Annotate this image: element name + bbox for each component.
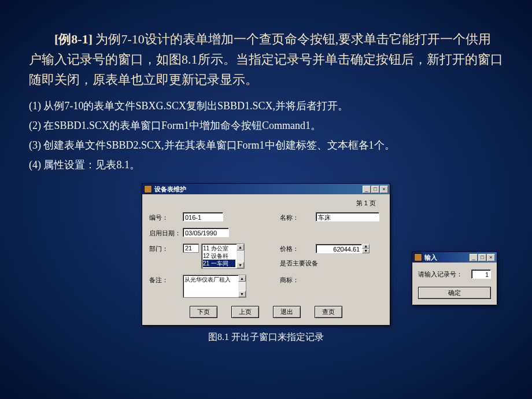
maximize-icon[interactable]: □ xyxy=(478,254,486,261)
field-jiage[interactable]: 62044.61 xyxy=(316,244,362,253)
memo-content: 从光华仪表厂租入 xyxy=(183,275,238,297)
field-qiyong[interactable]: 03/05/1990 xyxy=(183,228,229,237)
spinner-down-icon[interactable]: ▼ xyxy=(362,249,370,253)
label-zhuyao: 是否主要设备 xyxy=(280,258,318,268)
label-bumen: 部门： xyxy=(149,243,183,253)
main-titlebar[interactable]: 设备表维护 _ □ × xyxy=(142,184,390,194)
dept-scrollbar[interactable]: ▲ ▼ xyxy=(237,244,244,268)
step-1: (1) 从例7-10的表单文件SBXG.SCX复制出SBBD1.SCX,并将后者… xyxy=(29,96,503,116)
dept-row-3[interactable]: 21 一车间 xyxy=(203,260,235,267)
input-prompt: 请输入记录号： xyxy=(418,270,471,279)
example-body: 为例7-10设计的表单增加一个查页命令按钮,要求单击它能打开一个供用户输入记录号… xyxy=(29,32,503,87)
fox-icon xyxy=(414,253,422,261)
ok-button[interactable]: 确定 xyxy=(418,287,491,299)
main-form-window: 设备表维护 _ □ × 第 1 页 编号： 016-1 名称： 车床 xyxy=(142,183,390,326)
next-button[interactable]: 下页 xyxy=(190,306,217,318)
label-jiage: 价格： xyxy=(280,243,316,253)
label-bianhao: 编号： xyxy=(149,212,183,222)
dept-listbox[interactable]: 11 办公室 12 设备科 21 一车间 ▲ ▼ xyxy=(201,243,245,269)
minimize-icon[interactable]: _ xyxy=(470,254,478,261)
figure-area: 设备表维护 _ □ × 第 1 页 编号： 016-1 名称： 车床 xyxy=(29,183,503,326)
memo-scroll-up-icon[interactable]: ▲ xyxy=(238,275,246,282)
input-dialog-window: 输入 _ □ × 请输入记录号： 1 确定 xyxy=(412,252,497,305)
scroll-up-icon[interactable]: ▲ xyxy=(237,244,244,250)
minimize-icon[interactable]: _ xyxy=(363,186,371,193)
exit-button[interactable]: 退出 xyxy=(273,306,301,318)
dept-row-2[interactable]: 12 设备科 xyxy=(203,252,235,260)
input-titlebar[interactable]: 输入 _ □ × xyxy=(412,252,497,263)
example-title: [例8-1] xyxy=(54,32,93,46)
maximize-icon[interactable]: □ xyxy=(371,186,379,193)
record-number-field[interactable]: 1 xyxy=(471,269,491,279)
page-indicator: 第 1 页 xyxy=(149,199,383,208)
example-paragraph: [例8-1] 为例7-10设计的表单增加一个查页命令按钮,要求单击它能打开一个供… xyxy=(29,29,503,90)
close-icon[interactable]: × xyxy=(380,186,388,193)
field-bianhao[interactable]: 016-1 xyxy=(183,212,223,221)
label-mingcheng: 名称： xyxy=(280,212,316,222)
step-2: (2) 在SBBD1.SCX的表单窗口Form1中增加命令按钮Command1。 xyxy=(29,116,503,135)
dept-row-1[interactable]: 11 办公室 xyxy=(203,245,235,252)
step-4: (4) 属性设置：见表8.1。 xyxy=(29,155,503,175)
label-beizhu: 备注： xyxy=(149,275,183,285)
scroll-down-icon[interactable]: ▼ xyxy=(237,262,244,268)
field-bumen[interactable]: 21 xyxy=(183,243,199,253)
input-title: 输入 xyxy=(424,253,470,262)
fox-icon xyxy=(144,185,152,193)
figure-caption: 图8.1 开出子窗口来指定记录 xyxy=(29,331,503,343)
main-title: 设备表维护 xyxy=(154,185,363,194)
spinner-up-icon[interactable]: ▲ xyxy=(362,244,370,249)
field-mingcheng[interactable]: 车床 xyxy=(316,212,379,221)
prev-button[interactable]: 上页 xyxy=(231,306,259,318)
find-button[interactable]: 查页 xyxy=(315,306,342,318)
label-qiyong: 启用日期： xyxy=(149,228,183,238)
field-beizhu[interactable]: 从光华仪表厂租入 ▲ ▼ xyxy=(183,275,246,298)
close-icon[interactable]: × xyxy=(487,254,495,261)
memo-scrollbar[interactable]: ▲ ▼ xyxy=(238,275,246,297)
memo-scroll-down-icon[interactable]: ▼ xyxy=(238,291,246,297)
label-shangbiao: 商标： xyxy=(280,275,316,285)
step-3: (3) 创建表单文件SBBD2.SCX,并在其表单窗口Form1中创建标签、文本… xyxy=(29,135,503,155)
